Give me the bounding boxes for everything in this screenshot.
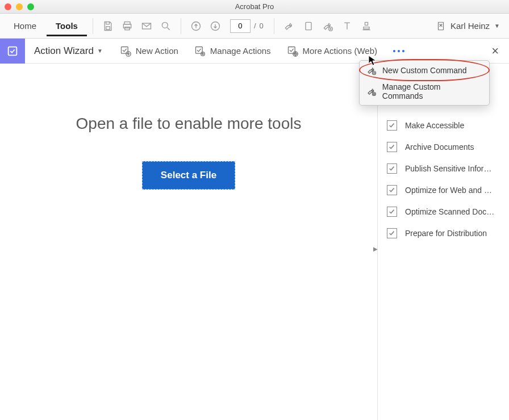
dot-icon (402, 50, 404, 52)
wrench-plus-icon[interactable] (319, 17, 337, 35)
dot-icon (398, 50, 400, 52)
list-item-label: Archive Documents (405, 142, 474, 152)
next-page-icon[interactable] (206, 17, 224, 35)
more-menu-popup: New Custom Command Manage Custom Command… (359, 60, 490, 106)
checkmark-icon (387, 120, 397, 131)
svg-point-16 (202, 53, 204, 54)
menu-item-new-custom-command[interactable]: New Custom Command (361, 62, 488, 79)
checkbox-gear-icon (194, 45, 206, 57)
action-item-archive-documents[interactable]: Archive Documents (378, 136, 509, 158)
list-item-label: Make Accessible (405, 121, 464, 130)
action-item-optimize-web[interactable]: Optimize for Web and M… (378, 179, 509, 201)
checkbox-globe-icon (287, 45, 298, 57)
new-action-label: New Action (136, 46, 178, 56)
main-toolbar: Home Tools / 0 Karl Heinz ▼ (0, 14, 509, 39)
actions-list-panel: ▶ Make Accessible Archive Documents Publ… (377, 64, 509, 420)
text-icon[interactable] (338, 17, 356, 35)
page-input[interactable] (230, 19, 251, 33)
action-item-make-accessible[interactable]: Make Accessible (378, 115, 509, 136)
mail-icon[interactable] (137, 17, 156, 35)
manage-actions-label: Manage Actions (210, 46, 271, 56)
page-total: 0 (260, 22, 264, 30)
traffic-lights (5, 3, 34, 10)
menu-item-manage-custom-commands[interactable]: Manage Custom Commands (361, 79, 488, 104)
chevron-down-icon: ▼ (97, 48, 103, 54)
svg-rect-8 (306, 22, 311, 30)
close-panel-button[interactable]: × (488, 44, 502, 58)
list-item-label: Optimize for Web and M… (405, 186, 496, 195)
svg-rect-10 (438, 22, 443, 30)
svg-point-5 (162, 22, 168, 28)
window-titlebar: Acrobat Pro (0, 0, 509, 14)
svg-rect-3 (125, 27, 130, 30)
more-menu-button[interactable] (385, 50, 412, 52)
main-panel: Open a file to enable more tools Select … (0, 64, 377, 420)
action-wizard-badge (0, 39, 25, 64)
zoom-window-button[interactable] (27, 3, 34, 10)
page-indicator: / 0 (230, 19, 264, 33)
close-window-button[interactable] (5, 3, 11, 10)
svg-point-20 (372, 92, 376, 95)
open-file-prompt: Open a file to enable more tools (76, 115, 302, 133)
tab-home[interactable]: Home (5, 15, 45, 36)
menu-item-label: Manage Custom Commands (382, 82, 482, 100)
user-name: Karl Heinz (450, 21, 490, 31)
wrench-gear-icon (366, 86, 377, 96)
svg-point-15 (201, 52, 205, 56)
checkmark-badge-icon (6, 45, 19, 57)
page-separator: / (254, 22, 256, 30)
new-action-button[interactable]: New Action (112, 39, 186, 64)
checkbox-plus-icon (120, 45, 131, 57)
print-icon[interactable] (118, 17, 136, 35)
manage-actions-button[interactable]: Manage Actions (186, 39, 279, 64)
checkmark-icon (387, 142, 397, 152)
list-item-label: Optimize Scanned Docu… (405, 207, 496, 216)
action-item-optimize-scanned[interactable]: Optimize Scanned Docu… (378, 201, 509, 222)
content-area: Open a file to enable more tools Select … (0, 64, 509, 420)
wrench-icon[interactable] (280, 17, 298, 35)
separator (274, 18, 274, 34)
action-wizard-title: Action Wizard (34, 45, 94, 57)
minimize-window-button[interactable] (16, 3, 23, 10)
svg-rect-0 (106, 26, 110, 29)
more-actions-web-button[interactable]: More Actions (Web) (279, 39, 385, 64)
list-item-label: Prepare for Distribution (405, 229, 487, 238)
save-icon[interactable] (99, 17, 117, 35)
checkmark-icon (387, 163, 397, 174)
checkmark-icon (387, 228, 397, 238)
checkmark-icon (387, 207, 397, 217)
more-actions-label: More Actions (Web) (303, 46, 377, 56)
checkmark-icon (387, 185, 397, 195)
prev-page-icon[interactable] (187, 17, 205, 35)
book-icon[interactable] (299, 17, 318, 35)
dot-icon (393, 50, 395, 52)
user-menu[interactable]: Karl Heinz ▼ (431, 21, 504, 31)
list-item-label: Publish Sensitive Inform… (405, 164, 496, 173)
action-wizard-dropdown[interactable]: Action Wizard ▼ (25, 45, 112, 57)
chevron-down-icon: ▼ (494, 23, 500, 29)
search-icon[interactable] (157, 17, 175, 35)
svg-rect-11 (9, 47, 17, 55)
action-item-publish-sensitive[interactable]: Publish Sensitive Inform… (378, 158, 509, 179)
window-title: Acrobat Pro (0, 2, 509, 11)
tab-tools[interactable]: Tools (47, 15, 87, 36)
menu-item-label: New Custom Command (382, 66, 467, 75)
stamp-icon[interactable] (357, 17, 376, 35)
user-device-icon (436, 21, 446, 31)
separator (181, 18, 181, 34)
action-item-prepare-distribution[interactable]: Prepare for Distribution (378, 222, 509, 244)
wrench-plus-icon (366, 65, 377, 75)
svg-point-21 (373, 93, 374, 94)
select-file-button[interactable]: Select a File (142, 161, 235, 190)
panel-collapse-handle[interactable]: ▶ (373, 242, 378, 255)
separator (93, 18, 93, 34)
